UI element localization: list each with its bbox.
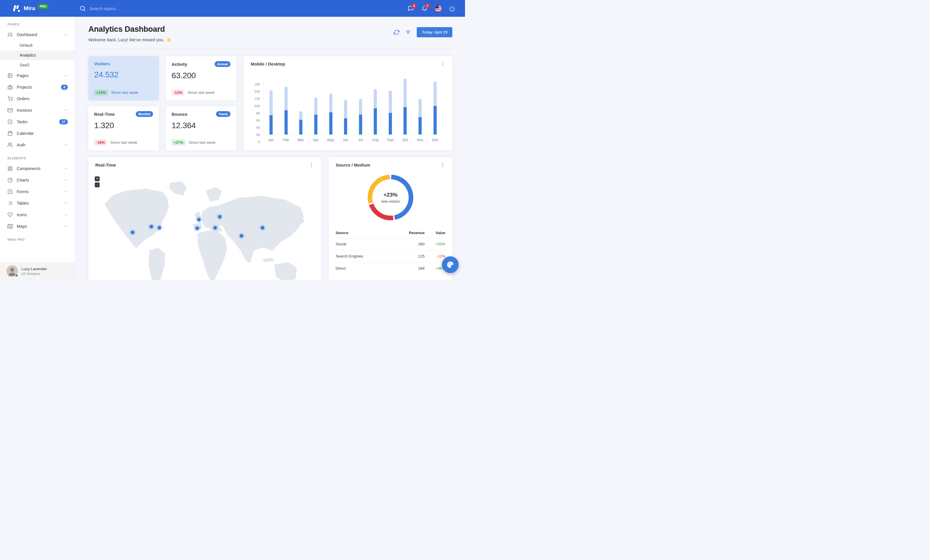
sidebar-item-orders[interactable]: Orders	[0, 93, 75, 104]
map-zoom-in-button[interactable]: +	[95, 176, 100, 181]
sidebar-item-label: Charts	[17, 178, 60, 183]
sidebar-item-invoices[interactable]: Invoices	[0, 104, 75, 116]
revenue-cell: 260	[392, 238, 425, 250]
top-navbar: Mira PRO 3 7	[0, 0, 465, 17]
sidebar-item-projects[interactable]: Projects8	[0, 81, 75, 93]
x-axis-label: May	[323, 138, 338, 142]
cart-icon	[8, 96, 13, 101]
x-axis-label: Jan	[263, 138, 279, 142]
sidebar-item-label: Invoices	[17, 108, 60, 113]
search-input[interactable]	[89, 6, 159, 11]
sign-out-button[interactable]	[449, 6, 455, 12]
column-header: Value	[425, 228, 445, 238]
sidebar-item-tasks[interactable]: Tasks17	[0, 116, 75, 127]
bar-nov	[413, 99, 428, 135]
sidebar-item-analytics[interactable]: Analytics	[0, 50, 75, 60]
brand-name: Mira	[24, 5, 35, 12]
flag-canton	[435, 5, 439, 9]
chevron-down-icon	[64, 178, 68, 182]
briefcase-icon	[8, 84, 13, 90]
date-button[interactable]: Today: April 29	[417, 27, 452, 37]
sidebar-item-label: Projects	[17, 85, 57, 89]
revenue-cell: 125	[392, 250, 425, 262]
sidebar-item-default[interactable]: Default	[0, 40, 75, 50]
chevron-down-icon	[64, 224, 68, 228]
count-badge: 17	[59, 119, 68, 124]
bar-jul	[353, 99, 368, 135]
bar-dec	[428, 81, 442, 135]
donut-center-value: +23%	[383, 192, 397, 198]
sidebar-item-label: Forms	[17, 189, 60, 194]
sidebar-item-maps[interactable]: Maps	[0, 221, 75, 232]
delta-badge: +14%	[94, 89, 108, 95]
bar-chart-plot: 020406080100120140160	[263, 77, 442, 135]
map-zoom-out-button[interactable]: -	[95, 183, 100, 187]
pro-badge: PRO	[38, 4, 48, 9]
table-row: Direct164+46%	[336, 262, 445, 275]
stat-card-value: 1.320	[94, 121, 153, 130]
y-axis-tick: 0	[258, 140, 260, 144]
map-marker	[261, 226, 264, 230]
sidebar-item-icons[interactable]: Icons	[0, 209, 75, 221]
filter-button[interactable]	[405, 29, 411, 35]
more-vertical-icon	[309, 163, 314, 168]
stat-card-title: Bounce	[172, 112, 188, 117]
refresh-button[interactable]	[394, 29, 399, 35]
sidebar-item-dashboard[interactable]: Dashboard	[0, 29, 75, 40]
world-map[interactable]: + -	[88, 172, 321, 280]
user-role: UX Designer	[22, 272, 47, 275]
y-axis-tick: 20	[256, 133, 260, 137]
bar-jan	[264, 90, 279, 135]
more-vertical-icon	[440, 163, 445, 168]
language-flag-us[interactable]	[435, 5, 442, 12]
chevron-down-icon	[64, 167, 68, 170]
more-options-button[interactable]	[440, 163, 445, 168]
stat-card-real-time: Real-TimeMonthly1.320-18%Since last week	[88, 106, 159, 150]
messages-button[interactable]: 3	[408, 6, 414, 12]
brand-logo[interactable]: Mira PRO	[0, 5, 75, 12]
value-cell: +35%	[425, 238, 445, 250]
sidebar-item-charts[interactable]: Charts	[0, 174, 75, 186]
chevron-down-icon	[64, 190, 68, 194]
sidebar-item-calendar[interactable]: Calendar	[0, 127, 75, 139]
navbar-search	[80, 6, 159, 12]
chevron-down-icon	[64, 201, 68, 205]
power-icon	[449, 6, 455, 12]
sidebar-item-auth[interactable]: Auth	[0, 139, 75, 151]
sidebar-item-components[interactable]: Components	[0, 163, 75, 174]
map-marker	[197, 218, 201, 221]
chart-title: Mobile / Desktop	[251, 61, 285, 66]
x-axis-label: Apr	[308, 138, 323, 142]
sidebar-user[interactable]: Lucy Lavender UX Designer	[0, 262, 75, 280]
sidebar-item-forms[interactable]: Forms	[0, 186, 75, 198]
map-marker	[149, 225, 153, 228]
online-status-dot	[15, 274, 18, 277]
sidebar-item-saas[interactable]: SaaS	[0, 60, 75, 70]
map-icon	[8, 224, 13, 229]
map-marker	[218, 215, 222, 218]
check-square-icon	[8, 119, 13, 124]
map-marker	[240, 234, 243, 238]
sidebar-item-pages[interactable]: Pages	[0, 70, 75, 81]
notifications-button[interactable]: 7	[421, 6, 428, 12]
more-options-button[interactable]	[309, 163, 314, 168]
sidebar-item-tables[interactable]: Tables	[0, 198, 75, 209]
source-card-title: Source / Medium	[336, 163, 370, 167]
messages-count-badge: 3	[411, 3, 416, 8]
users-icon	[8, 142, 13, 147]
donut-chart: +23% new visitors	[368, 175, 413, 220]
bar-aug	[368, 89, 383, 135]
more-options-button[interactable]	[440, 61, 445, 67]
stat-card-value: 12.364	[172, 121, 231, 130]
source-table: Source Revenue Value Social260+35%Search…	[336, 228, 445, 274]
theme-settings-button[interactable]	[442, 256, 459, 273]
stat-card-note: Since last week	[188, 91, 215, 95]
wave-emoji-icon	[166, 37, 171, 42]
stat-card-visitors: Visitors24.532+14%Since last week	[88, 56, 159, 100]
realtime-map-card: Real-Time + -	[88, 157, 321, 280]
user-name: Lucy Lavender	[22, 267, 47, 271]
stat-card-note: Since last week	[110, 140, 137, 144]
value-cell: -12%	[425, 250, 445, 262]
bar-apr	[308, 97, 323, 135]
delta-badge: -12%	[172, 89, 184, 95]
